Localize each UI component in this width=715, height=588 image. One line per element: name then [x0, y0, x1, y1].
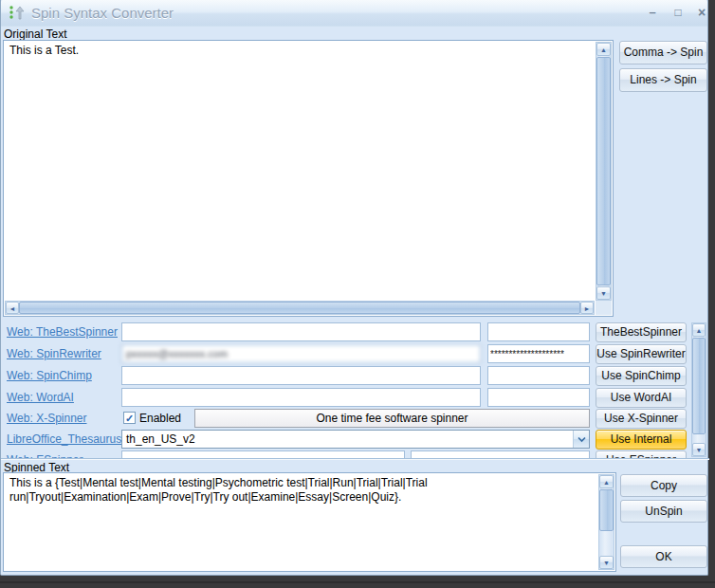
titlebar[interactable]: Spin Syntax Converter – □ × — [1, 0, 707, 27]
desktop-background — [0, 576, 715, 588]
link-libreoffice-thesaurus[interactable]: LibreOffice_Thesaurus — [7, 430, 121, 449]
link-wordai[interactable]: Web: WordAI — [7, 388, 74, 407]
spinner-row-xspinner: Web: X-Spinner ✓ Enabled One time fee so… — [1, 409, 709, 430]
spinrewriter-password-field[interactable] — [487, 344, 590, 363]
spinrewriter-account-field[interactable] — [121, 344, 481, 363]
scroll-thumb[interactable] — [692, 338, 706, 434]
enabled-checkbox[interactable]: ✓ — [123, 412, 136, 424]
wordai-password-field[interactable] — [487, 388, 590, 407]
scroll-up-icon[interactable]: ▲ — [692, 323, 706, 337]
spinchimp-account-field[interactable] — [121, 366, 481, 385]
section-divider — [1, 459, 709, 460]
thesaurus-dropdown-value: th_en_US_v2 — [126, 432, 195, 446]
original-text-content[interactable]: This is a Test. — [5, 42, 595, 300]
link-xspinner[interactable]: Web: X-Spinner — [7, 409, 87, 428]
scroll-down-icon[interactable]: ▼ — [692, 443, 706, 456]
use-espinner-button[interactable]: Use ESpinner — [596, 450, 687, 459]
scrollbar-corner — [596, 301, 612, 315]
spinner-row-spinchimp: Web: SpinChimp Use SpinChimp — [1, 366, 709, 387]
ok-button[interactable]: OK — [620, 545, 707, 568]
use-xspinner-button[interactable]: Use X-Spinner — [596, 409, 687, 429]
scroll-down-icon[interactable]: ▼ — [599, 556, 614, 569]
original-vertical-scrollbar[interactable]: ▲ ▼ — [596, 42, 612, 301]
spinned-text-area[interactable]: This is a {Test|Mental test|Mental testi… — [3, 472, 616, 572]
spinner-panel-scrollbar[interactable]: ▲ ▼ — [691, 322, 706, 457]
use-wordai-button[interactable]: Use WordAI — [596, 388, 687, 408]
unspin-button[interactable]: UnSpin — [620, 500, 707, 523]
close-icon[interactable]: × — [691, 5, 712, 21]
use-spinrewriter-button[interactable]: Use SpinRewriter — [596, 344, 687, 364]
enabled-checkbox-label[interactable]: Enabled — [139, 409, 181, 428]
xspinner-note: One time fee software spinner — [194, 409, 590, 428]
scroll-thumb[interactable] — [599, 489, 614, 531]
espinner-extra-field[interactable] — [411, 450, 590, 459]
use-spinchimp-button[interactable]: Use SpinChimp — [596, 366, 687, 386]
scroll-left-icon[interactable]: ◄ — [6, 302, 19, 314]
app-window: Spin Syntax Converter – □ × Original Tex… — [0, 0, 708, 576]
original-text-label: Original Text — [4, 28, 66, 41]
window-title: Spin Syntax Converter — [31, 0, 174, 27]
copy-button[interactable]: Copy — [620, 474, 707, 497]
spinner-row-espinner: Web: ESpinner Use ESpinner — [1, 450, 709, 459]
scroll-down-icon[interactable]: ▼ — [596, 286, 611, 300]
link-spinchimp[interactable]: Web: SpinChimp — [7, 366, 92, 385]
minimize-icon[interactable]: – — [642, 5, 663, 21]
link-spinrewriter[interactable]: Web: SpinRewriter — [7, 344, 101, 363]
use-internal-button[interactable]: Use Internal — [596, 430, 687, 450]
maximize-icon[interactable]: □ — [668, 5, 688, 21]
lines-to-spin-button[interactable]: Lines -> Spin — [619, 68, 707, 92]
spinner-row-wordai: Web: WordAI Use WordAI — [1, 388, 709, 409]
spinner-row-thesaurus: LibreOffice_Thesaurus th_en_US_v2 Use In… — [1, 430, 709, 450]
chevron-down-icon[interactable] — [573, 431, 589, 448]
comma-to-spin-button[interactable]: Comma -> Spin — [619, 41, 707, 64]
espinner-account-field[interactable] — [121, 450, 405, 459]
scroll-right-icon[interactable]: ► — [580, 302, 594, 314]
original-text-area[interactable]: This is a Test. ▲ ▼ ◄ ► — [3, 40, 614, 317]
app-icon — [8, 5, 27, 22]
thebestspinner-account-field[interactable] — [121, 322, 481, 341]
wordai-account-field[interactable] — [121, 388, 481, 407]
spinner-row-spinrewriter: Web: SpinRewriter Use SpinRewriter — [1, 344, 709, 365]
link-espinner[interactable]: Web: ESpinner — [7, 450, 83, 459]
spinner-services-panel: Web: TheBestSpinner TheBestSpinner Web: … — [1, 321, 709, 459]
link-thebestspinner[interactable]: Web: TheBestSpinner — [7, 322, 118, 341]
scroll-thumb[interactable] — [19, 302, 580, 314]
spinchimp-password-field[interactable] — [487, 366, 590, 385]
scroll-up-icon[interactable]: ▲ — [599, 475, 614, 488]
spinner-row-thebestspinner: Web: TheBestSpinner TheBestSpinner — [1, 322, 709, 343]
thesaurus-dropdown[interactable]: th_en_US_v2 — [121, 430, 590, 449]
thebestspinner-password-field[interactable] — [487, 322, 590, 341]
original-horizontal-scrollbar[interactable]: ◄ ► — [5, 301, 595, 315]
scroll-thumb[interactable] — [596, 57, 611, 285]
use-thebestspinner-button[interactable]: TheBestSpinner — [596, 322, 687, 342]
spinned-text-content[interactable]: This is a {Test|Mental test|Mental testi… — [5, 474, 597, 569]
scroll-up-icon[interactable]: ▲ — [596, 43, 611, 56]
spinned-vertical-scrollbar[interactable]: ▲ ▼ — [598, 474, 614, 570]
